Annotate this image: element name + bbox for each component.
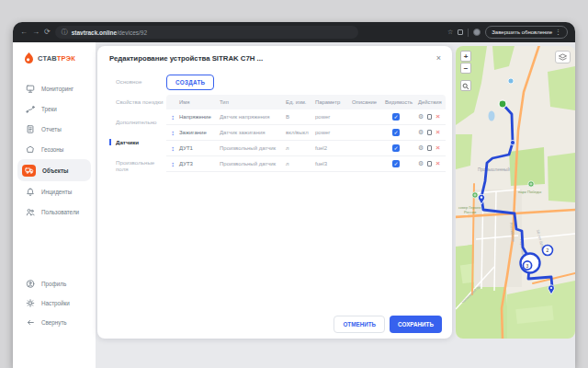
- map-layers-button[interactable]: [555, 51, 571, 63]
- logo-flame-icon: [24, 52, 34, 64]
- sidebar-item-label: Геозоны: [41, 146, 63, 153]
- polygon-icon: [26, 144, 35, 155]
- col-name: Имя: [179, 99, 220, 105]
- create-button[interactable]: СОЗДАТЬ: [166, 75, 214, 90]
- delete-icon[interactable]: ×: [435, 144, 440, 152]
- chrome-right-controls: ☆ Завершить обновление ⋮: [447, 26, 568, 39]
- extensions-icon[interactable]: [458, 29, 463, 35]
- back-icon[interactable]: ←: [20, 22, 28, 42]
- visibility-checkbox[interactable]: ✓: [392, 144, 400, 152]
- tab-trip-properties[interactable]: Свойства поездки: [109, 98, 166, 105]
- sidebar-item-objects[interactable]: Объекты: [17, 159, 91, 181]
- forward-icon[interactable]: →: [32, 22, 40, 42]
- copy-icon[interactable]: [427, 130, 432, 135]
- save-button[interactable]: СОХРАНИТЬ: [390, 316, 442, 333]
- modal-footer: ОТМЕНИТЬ СОХРАНИТЬ: [334, 316, 442, 333]
- tab-main[interactable]: Основное: [109, 78, 166, 85]
- sidebar-item-label: Отчеты: [41, 126, 62, 132]
- row-actions: ⚙ ×: [418, 113, 446, 121]
- sidebar-item-label: Инциденты: [41, 189, 72, 195]
- poi-marker-icon[interactable]: [508, 78, 514, 84]
- delete-icon[interactable]: ×: [435, 129, 440, 136]
- address-bar[interactable]: ⓘ stavtrack.online/devices/92: [55, 26, 358, 39]
- visibility-checkbox[interactable]: ✓: [392, 113, 400, 121]
- finish-update-label: Завершить обновление: [492, 29, 552, 35]
- sidebar-item-settings[interactable]: Настройки: [13, 293, 96, 313]
- profile-icon: [26, 279, 35, 289]
- sidebar-item-profile[interactable]: Профиль: [13, 274, 96, 293]
- zoom-out-button[interactable]: −: [460, 63, 471, 74]
- settings-icon[interactable]: ⚙: [418, 129, 424, 136]
- tab-additional[interactable]: Дополнительно: [109, 119, 166, 125]
- profile-avatar-icon[interactable]: [473, 29, 481, 36]
- route-vertex-dot[interactable]: [510, 140, 514, 144]
- cluster-marker-small[interactable]: 2: [543, 246, 553, 256]
- tab-custom-fields[interactable]: Произвольные поля: [109, 159, 166, 172]
- copy-icon[interactable]: [427, 114, 432, 120]
- map-canvas: Промышленный сквер Героев России парк По…: [456, 46, 575, 339]
- copy-icon[interactable]: [427, 145, 432, 151]
- chrome-menu-icon[interactable]: ⋮: [555, 29, 561, 36]
- row-actions: ⚙ ×: [418, 144, 446, 152]
- zoom-in-button[interactable]: +: [460, 51, 471, 62]
- url-path: /devices/92: [117, 29, 147, 36]
- sensor-type: Произвольный датчик: [220, 145, 286, 151]
- sidebar-item-users[interactable]: Пользователи: [13, 201, 96, 222]
- active-item-chip: [22, 165, 36, 177]
- sensor-unit: л: [286, 145, 315, 151]
- tab-sensors[interactable]: Датчики: [109, 139, 166, 145]
- layers-icon: [558, 53, 568, 62]
- finish-update-button[interactable]: Завершить обновление ⋮: [485, 26, 568, 39]
- sensor-name: ДУТ3: [179, 161, 220, 167]
- col-description: Описание: [352, 99, 385, 105]
- document-icon: [26, 124, 35, 134]
- visibility-checkbox[interactable]: ✓: [392, 129, 400, 136]
- close-icon[interactable]: ×: [436, 54, 441, 62]
- sidebar-item-incidents[interactable]: Инциденты: [13, 181, 96, 201]
- visibility-checkbox[interactable]: ✓: [392, 160, 400, 167]
- row-actions: ⚙ ×: [418, 160, 446, 167]
- sidebar-item-monitoring[interactable]: Мониторинг: [13, 78, 96, 98]
- sensors-table: Имя Тип Ед. изм. Параметр Описание Видим…: [166, 95, 446, 172]
- sidebar-item-label: Треки: [41, 106, 57, 112]
- bookmark-star-icon[interactable]: ☆: [447, 29, 453, 36]
- map-panel[interactable]: Промышленный сквер Героев России парк По…: [456, 46, 575, 339]
- sidebar-item-tracks[interactable]: Треки: [13, 98, 96, 119]
- sidebar-item-geozones[interactable]: Геозоны: [13, 139, 96, 159]
- map-park1-label-2: России: [464, 210, 476, 214]
- app-logo[interactable]: СТАВТРЭК: [13, 42, 96, 70]
- settings-icon[interactable]: ⚙: [418, 113, 424, 121]
- drag-handle-icon[interactable]: ↕: [166, 144, 179, 153]
- site-info-icon[interactable]: ⓘ: [62, 28, 68, 37]
- drag-handle-icon[interactable]: ↕: [166, 129, 179, 137]
- modal-tabs: Основное Свойства поездки Дополнительно …: [109, 72, 166, 186]
- delete-icon[interactable]: ×: [435, 113, 440, 121]
- settings-icon[interactable]: ⚙: [418, 160, 424, 167]
- settings-icon[interactable]: ⚙: [418, 144, 424, 152]
- route-icon: [26, 104, 35, 114]
- sensors-panel: СОЗДАТЬ Имя Тип Ед. изм. Параметр Описан…: [166, 72, 446, 186]
- sidebar-item-collapse[interactable]: Свернуть: [13, 313, 96, 332]
- row-actions: ⚙ ×: [418, 129, 446, 136]
- sidebar-item-label: Пользователи: [41, 209, 79, 215]
- map-search-button[interactable]: [460, 80, 471, 91]
- table-header-row: Имя Тип Ед. изм. Параметр Описание Видим…: [166, 95, 446, 109]
- sidebar-item-reports[interactable]: Отчеты: [13, 119, 96, 139]
- app-root: СТАВТРЭК Мониторинг Треки Отчеты Геозо: [13, 42, 575, 368]
- delete-icon[interactable]: ×: [435, 160, 440, 167]
- drag-handle-icon[interactable]: ↕: [166, 160, 179, 168]
- copy-icon[interactable]: [427, 161, 432, 167]
- col-type: Тип: [220, 99, 286, 105]
- map-district-label: Промышленный: [478, 167, 510, 172]
- drag-handle-icon[interactable]: ↕: [166, 113, 179, 121]
- cluster-marker-big[interactable]: 3: [521, 254, 540, 273]
- gear-icon: [26, 298, 35, 308]
- cancel-button[interactable]: ОТМЕНИТЬ: [334, 316, 385, 333]
- sensor-param: fuel3: [315, 161, 352, 167]
- col-param: Параметр: [315, 99, 352, 105]
- sensor-param: power: [315, 114, 352, 120]
- route-start-marker[interactable]: [499, 100, 506, 108]
- sensor-name: Зажигание: [179, 130, 220, 135]
- reload-icon[interactable]: ⟳: [44, 22, 51, 42]
- sensor-type: Произвольный датчик: [220, 161, 286, 167]
